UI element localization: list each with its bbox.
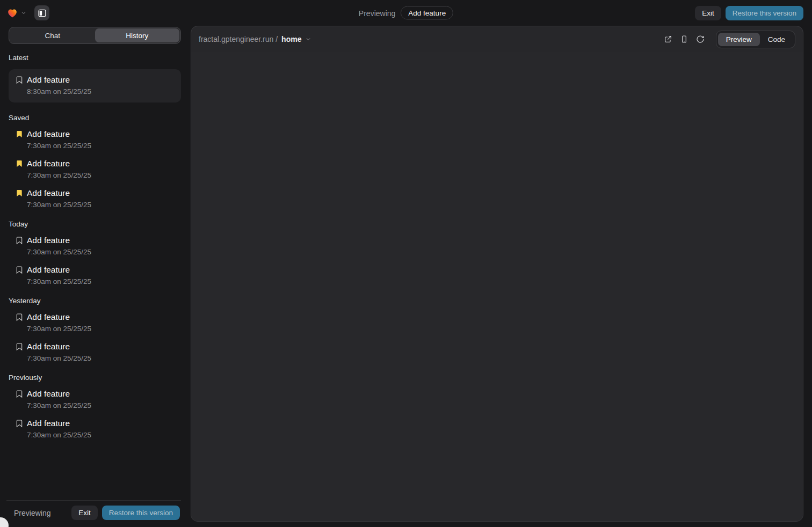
sidebar-footer: Previewing Exit Restore this version xyxy=(6,500,181,527)
history-item-time: 7:30am on 25/25/25 xyxy=(27,277,181,286)
section-title: Previously xyxy=(9,374,181,382)
history-item[interactable]: Add feature7:30am on 25/25/25 xyxy=(9,159,181,179)
restore-version-button[interactable]: Restore this version xyxy=(726,6,803,20)
history-item-title: Add feature xyxy=(27,265,70,275)
chevron-down-icon xyxy=(20,10,27,16)
history-item-title: Add feature xyxy=(27,312,70,322)
url-host: fractal.gptengineer.run / xyxy=(199,35,278,43)
history-item-time: 7:30am on 25/25/25 xyxy=(27,354,181,362)
preview-header: fractal.gptengineer.run / home xyxy=(191,26,803,52)
open-external-button[interactable] xyxy=(661,32,675,46)
tab-code[interactable]: Code xyxy=(760,33,793,46)
history-item-title: Add feature xyxy=(27,419,70,428)
preview-content-area xyxy=(191,52,803,521)
history-item[interactable]: Add feature7:30am on 25/25/25 xyxy=(9,342,181,362)
open-external-icon xyxy=(664,35,672,43)
bookmark-icon xyxy=(15,342,24,351)
history-item-title: Add feature xyxy=(27,159,70,169)
history-item[interactable]: Add feature7:30am on 25/25/25 xyxy=(9,129,181,150)
section-title: Latest xyxy=(9,54,181,62)
mobile-preview-button[interactable] xyxy=(677,32,691,46)
version-badge: Add feature xyxy=(401,6,453,20)
refresh-button[interactable] xyxy=(693,32,707,46)
preview-code-toggle: Preview Code xyxy=(716,31,795,48)
history-item-title: Add feature xyxy=(27,389,70,399)
history-item-time: 7:30am on 25/25/25 xyxy=(27,401,181,409)
url-page: home xyxy=(281,35,301,43)
preview-panel: fractal.gptengineer.run / home xyxy=(191,26,803,522)
bookmark-icon xyxy=(15,419,24,428)
history-section: PreviouslyAdd feature7:30am on 25/25/25A… xyxy=(9,374,181,439)
history-item[interactable]: Add feature8:30am on 25/25/25 xyxy=(9,69,181,103)
section-title: Saved xyxy=(9,114,181,122)
history-sidebar: Chat History LatestAdd feature8:30am on … xyxy=(0,26,191,527)
bookmark-filled-icon xyxy=(15,130,24,138)
footer-exit-button[interactable]: Exit xyxy=(71,506,98,520)
sidebar-toggle-button[interactable] xyxy=(34,5,49,20)
history-section: TodayAdd feature7:30am on 25/25/25Add fe… xyxy=(9,220,181,286)
bookmark-icon xyxy=(15,76,24,84)
bookmark-icon xyxy=(15,236,24,245)
tab-chat[interactable]: Chat xyxy=(10,28,95,42)
bookmark-filled-icon xyxy=(15,159,24,168)
exit-button[interactable]: Exit xyxy=(695,6,721,20)
history-item-time: 7:30am on 25/25/25 xyxy=(27,201,181,209)
history-item[interactable]: Add feature7:30am on 25/25/25 xyxy=(9,265,181,286)
history-section: SavedAdd feature7:30am on 25/25/25Add fe… xyxy=(9,114,181,209)
history-item-title: Add feature xyxy=(27,75,70,85)
history-item-time: 7:30am on 25/25/25 xyxy=(27,248,181,256)
tab-history[interactable]: History xyxy=(95,28,180,42)
section-title: Yesterday xyxy=(9,297,181,305)
history-item[interactable]: Add feature7:30am on 25/25/25 xyxy=(9,312,181,333)
history-item-time: 7:30am on 25/25/25 xyxy=(27,431,181,439)
history-item[interactable]: Add feature7:30am on 25/25/25 xyxy=(9,236,181,256)
refresh-icon xyxy=(696,35,705,43)
bookmark-icon xyxy=(15,390,24,398)
history-item-title: Add feature xyxy=(27,342,70,352)
bookmark-icon xyxy=(15,266,24,274)
mobile-preview-icon xyxy=(680,35,688,43)
history-list: LatestAdd feature8:30am on 25/25/25Saved… xyxy=(9,54,181,500)
history-section: LatestAdd feature8:30am on 25/25/25 xyxy=(9,54,181,103)
history-item-time: 7:30am on 25/25/25 xyxy=(27,142,181,150)
footer-restore-version-button[interactable]: Restore this version xyxy=(102,506,180,520)
history-item-title: Add feature xyxy=(27,129,70,139)
previewing-label: Previewing xyxy=(359,9,395,17)
tab-preview[interactable]: Preview xyxy=(718,33,760,46)
history-item[interactable]: Add feature7:30am on 25/25/25 xyxy=(9,389,181,409)
history-item-time: 8:30am on 25/25/25 xyxy=(27,87,175,96)
section-title: Today xyxy=(9,220,181,228)
sidebar-tabset: Chat History xyxy=(9,27,181,44)
panel-left-icon xyxy=(38,9,47,18)
history-item[interactable]: Add feature7:30am on 25/25/25 xyxy=(9,419,181,439)
footer-previewing-label: Previewing xyxy=(14,509,50,517)
top-bar: Previewing Add feature Exit Restore this… xyxy=(0,0,812,26)
history-item-time: 7:30am on 25/25/25 xyxy=(27,171,181,179)
history-section: YesterdayAdd feature7:30am on 25/25/25Ad… xyxy=(9,297,181,362)
history-item-title: Add feature xyxy=(27,236,70,245)
history-item-title: Add feature xyxy=(27,188,70,198)
history-item[interactable]: Add feature7:30am on 25/25/25 xyxy=(9,188,181,209)
url-breadcrumb[interactable]: fractal.gptengineer.run / home xyxy=(199,35,311,43)
history-item-time: 7:30am on 25/25/25 xyxy=(27,325,181,333)
app-logo-menu[interactable] xyxy=(6,7,27,19)
chevron-down-icon xyxy=(305,36,311,42)
lovable-heart-logo-icon xyxy=(6,7,18,19)
bookmark-filled-icon xyxy=(15,189,24,197)
bookmark-icon xyxy=(15,313,24,321)
